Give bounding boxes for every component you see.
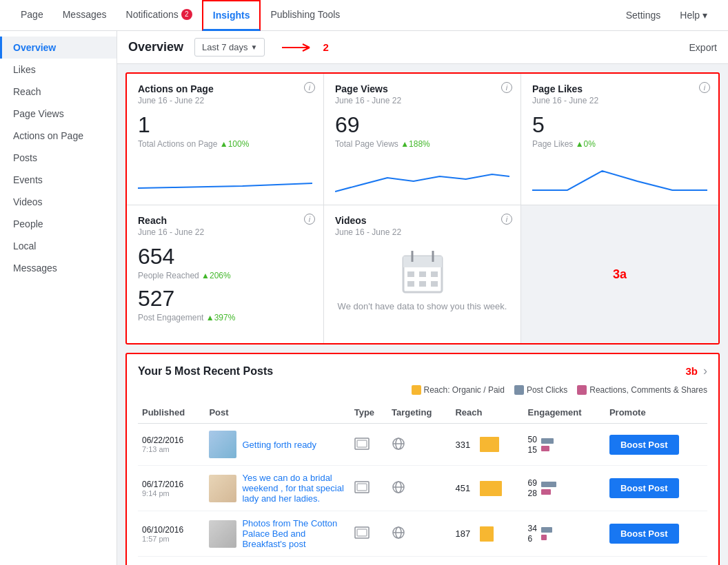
col-targeting: Targeting	[387, 402, 451, 424]
post-date-1: 06/22/2016	[142, 435, 201, 445]
eng-num1-3: 34	[528, 524, 537, 533]
stat-number-actions: 1	[138, 112, 312, 138]
sidebar-item-page-views[interactable]: Page Views	[0, 103, 117, 125]
svg-rect-5	[419, 271, 426, 277]
stat-card-reach: i Reach June 16 - June 22 654 People Rea…	[127, 205, 324, 343]
nav-item-notifications[interactable]: Notifications 2	[117, 0, 202, 31]
annotation-3b: 3b	[685, 365, 698, 377]
post-type-icon-1	[354, 436, 370, 451]
eng-num2-2: 28	[528, 489, 537, 498]
nav-item-messages[interactable]: Messages	[53, 0, 117, 31]
stat-date-actions: June 16 - June 22	[138, 96, 312, 105]
post-link-2[interactable]: Yes we can do a bridal weekend , for tha…	[242, 473, 345, 504]
reach-num-3: 187	[455, 528, 476, 539]
notifications-badge: 2	[181, 9, 192, 20]
most-recent-posts-section: Your 5 Most Recent Posts 3b › Reach: Org…	[125, 353, 720, 565]
nav-item-help[interactable]: Help ▾	[670, 10, 717, 21]
nav-item-settings[interactable]: Settings	[616, 10, 671, 21]
sidebar-item-videos[interactable]: Videos	[0, 191, 117, 213]
stat-date-reach: June 16 - June 22	[138, 227, 312, 237]
table-row: 06/17/2016 9:14 pm Yes we can do a brida…	[138, 466, 707, 511]
boost-post-button-2[interactable]: Boost Post	[609, 478, 679, 498]
top-nav: Page Messages Notifications 2 Insights P…	[0, 0, 728, 31]
table-row: 06/22/2016 7:13 am Getting forth ready	[138, 424, 707, 466]
col-promote: Promote	[605, 402, 707, 424]
stat-sub2-reach: Post Engagement ▲397%	[138, 313, 312, 322]
sidebar-item-actions-on-page[interactable]: Actions on Page	[0, 125, 117, 147]
date-range-dropdown[interactable]: Last 7 days ▼	[194, 38, 265, 56]
post-thumbnail-2	[209, 475, 236, 502]
stat-title-videos: Videos	[335, 215, 509, 226]
col-published: Published	[138, 402, 205, 424]
stat-title-pagelikes: Page Likes	[532, 83, 707, 94]
chevron-right-icon[interactable]: ›	[703, 364, 707, 378]
stat-sub-reach: People Reached ▲206%	[138, 271, 312, 280]
svg-rect-11	[357, 440, 367, 447]
posts-table: Published Post Type Targeting Reach Enga…	[138, 402, 707, 557]
boost-post-button-1[interactable]: Boost Post	[609, 435, 679, 455]
nav-item-insights[interactable]: Insights	[202, 0, 261, 31]
boost-post-button-3[interactable]: Boost Post	[609, 524, 679, 544]
stat-sub-actions: Total Actions on Page ▲100%	[138, 139, 312, 149]
post-time-3: 1:57 pm	[142, 535, 201, 543]
reach-num-1: 331	[455, 440, 476, 450]
stat-card-page-views: i Page Views June 16 - June 22 69 Total …	[324, 74, 521, 205]
stat-number-pagelikes: 5	[532, 112, 707, 138]
stats-section: i Actions on Page June 16 - June 22 1 To…	[125, 72, 720, 345]
info-icon-videos[interactable]: i	[501, 214, 512, 225]
post-time-1: 7:13 am	[142, 445, 201, 453]
targeting-globe-icon-2	[392, 480, 405, 494]
post-link-3[interactable]: Photos from The Cotton Palace Bed and Br…	[242, 518, 345, 549]
sidebar-item-messages[interactable]: Messages	[0, 257, 117, 279]
stat-sub-pagelikes: Page Likes ▲0%	[532, 139, 707, 149]
svg-rect-6	[431, 271, 438, 277]
stat-date-videos: June 16 - June 22	[335, 227, 509, 237]
dropdown-arrow-icon: ▼	[251, 43, 258, 51]
col-post: Post	[205, 402, 350, 424]
main-content: Overview Last 7 days ▼ 2 Export	[117, 31, 728, 565]
stat-title-reach: Reach	[138, 215, 312, 226]
recent-posts-title: Your 5 Most Recent Posts	[138, 365, 273, 378]
info-icon-reach[interactable]: i	[304, 214, 315, 225]
insights-label: Insights	[213, 10, 250, 21]
post-time-2: 9:14 pm	[142, 489, 201, 497]
nav-item-page[interactable]: Page	[11, 0, 53, 31]
col-engagement: Engagement	[524, 402, 605, 424]
eng-num1-2: 69	[528, 478, 537, 488]
sidebar-item-reach[interactable]: Reach	[0, 81, 117, 103]
col-reach: Reach	[451, 402, 523, 424]
no-data-text: We don't have data to show you this week…	[338, 301, 507, 311]
overview-header: Overview Last 7 days ▼ 2 Export	[117, 31, 728, 64]
svg-rect-7	[407, 281, 414, 287]
legend: Reach: Organic / Paid Post Clicks Reacti…	[138, 385, 707, 395]
calendar-icon	[402, 251, 443, 296]
post-type-icon-2	[354, 480, 370, 495]
eng-num1-1: 50	[528, 435, 537, 444]
svg-rect-16	[357, 484, 367, 491]
sidebar-item-likes[interactable]: Likes	[0, 59, 117, 81]
info-icon-pagelikes[interactable]: i	[699, 82, 710, 93]
post-date-3: 06/10/2016	[142, 525, 201, 535]
targeting-globe-icon-3	[392, 526, 405, 540]
sidebar-item-posts[interactable]: Posts	[0, 147, 117, 169]
red-arrow-icon	[279, 41, 320, 54]
info-icon-pageviews[interactable]: i	[501, 82, 512, 93]
nav-item-publishing-tools[interactable]: Publishing Tools	[261, 0, 350, 31]
post-link-1[interactable]: Getting forth ready	[242, 440, 316, 450]
svg-rect-21	[357, 529, 367, 536]
arrow-annotation: 2	[323, 41, 328, 53]
col-type: Type	[350, 402, 387, 424]
export-button[interactable]: Export	[689, 42, 717, 53]
sidebar-item-events[interactable]: Events	[0, 169, 117, 191]
reach-num-2: 451	[455, 483, 476, 493]
notifications-label: Notifications	[126, 9, 179, 20]
sidebar-item-people[interactable]: People	[0, 213, 117, 235]
overview-title: Overview	[128, 40, 183, 54]
info-icon-actions[interactable]: i	[304, 82, 315, 93]
sidebar-item-local[interactable]: Local	[0, 235, 117, 257]
stat-date-pageviews: June 16 - June 22	[335, 96, 509, 105]
svg-rect-4	[407, 271, 414, 277]
post-type-icon-3	[354, 525, 370, 540]
sidebar-item-overview[interactable]: Overview	[0, 37, 117, 59]
stat-card-videos: i Videos June 16 - June 22	[324, 205, 521, 343]
